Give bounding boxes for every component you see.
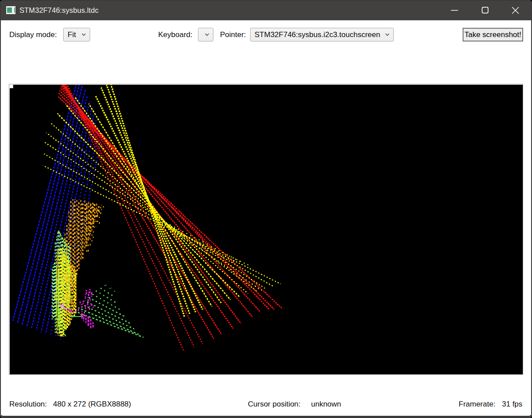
pointer-label: Pointer: [220,30,246,39]
cursor-position-value: unknown [311,400,341,409]
chevron-down-icon [205,33,209,36]
close-icon [512,7,519,14]
cursor-position-label: Cursor position: [248,400,300,409]
toolbar: Display mode: Fit Keyboard: Pointer: STM… [0,20,532,84]
emulator-window: STM32F746:sysbus.ltdc Display mode: [0,0,532,418]
minimize-button[interactable] [439,0,470,20]
status-bar: Resolution: 480 x 272 (RGBX8888) Cursor … [0,375,532,415]
chevron-down-icon [385,33,390,36]
resolution-label: Resolution: [9,400,47,409]
title-bar[interactable]: STM32F746:sysbus.ltdc [0,0,532,20]
display-mode-select[interactable]: Fit [63,28,90,41]
framerate-label: Framerate: [459,400,495,409]
minimize-icon [451,7,458,14]
close-button[interactable] [500,0,531,20]
maximize-button[interactable] [470,0,500,20]
chevron-down-icon [81,33,86,36]
pointer-select[interactable]: STM32F746:sysbus.i2c3.touchscreen [250,28,394,41]
display-mode-label: Display mode: [9,30,57,39]
maximize-icon [482,7,489,14]
app-icon [6,6,15,14]
keyboard-select[interactable] [198,28,213,41]
framebuffer-display[interactable] [9,84,523,375]
take-screenshot-button[interactable]: Take screenshot! [463,28,523,41]
framebuffer-corner-artifact [10,85,13,88]
pointer-value: STM32F746:sysbus.i2c3.touchscreen [251,30,380,39]
resolution-value: 480 x 272 (RGBX8888) [53,400,131,409]
window-title: STM32F746:sysbus.ltdc [19,6,99,15]
framerate-value: 31 fps [502,400,522,409]
keyboard-label: Keyboard: [158,30,193,39]
display-mode-value: Fit [64,30,76,39]
framebuffer-canvas [10,85,523,374]
